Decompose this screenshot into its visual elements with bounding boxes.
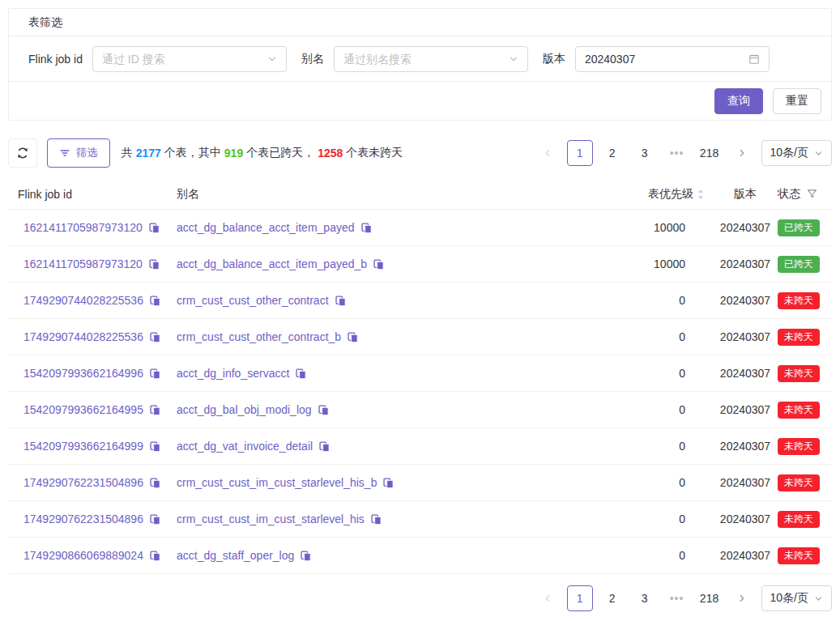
alias-link[interactable]: acct_dg_bal_obj_modi_log xyxy=(177,403,312,416)
pagination-page-last[interactable]: 218 xyxy=(697,140,723,166)
job-id-cell: 1542097993662164996 xyxy=(8,367,177,380)
table-row: 1542097993662164996 acct_dg_info_servacc… xyxy=(8,355,832,392)
alias-cell: acct_dg_info_servacct xyxy=(177,367,583,380)
copy-icon[interactable] xyxy=(148,222,160,234)
job-id-link[interactable]: 1621411705987973120 xyxy=(23,221,143,234)
job-id-link[interactable]: 1749290762231504896 xyxy=(23,513,143,525)
copy-icon[interactable] xyxy=(318,440,330,453)
reset-button[interactable]: 重置 xyxy=(773,88,821,114)
status-cell: 未跨天 xyxy=(778,365,832,382)
chevron-left-icon xyxy=(543,148,552,158)
copy-icon[interactable] xyxy=(149,368,161,380)
pagination-page-1[interactable]: 1 xyxy=(567,585,593,611)
copy-icon[interactable] xyxy=(149,550,161,562)
summary-crossed-count: 919 xyxy=(224,147,243,160)
copy-icon[interactable] xyxy=(373,258,385,270)
version-cell: 20240307 xyxy=(713,294,778,307)
alias-link[interactable]: acct_dg_staff_oper_log xyxy=(177,549,294,562)
filter-actions: 查询 重置 xyxy=(9,82,831,120)
job-id-link[interactable]: 1542097993662164995 xyxy=(23,403,143,416)
pagination-bar: 1 2 3 ••• 218 10条/页 xyxy=(535,585,832,611)
pagination-ellipsis[interactable]: ••• xyxy=(664,585,690,611)
refresh-button[interactable] xyxy=(8,138,37,168)
status-cell: 未跨天 xyxy=(778,438,832,455)
alias-link[interactable]: acct_dg_info_servacct xyxy=(177,367,289,380)
alias-input[interactable] xyxy=(343,53,502,66)
priority-cell: 0 xyxy=(583,549,713,562)
page-size-value: 10条/页 xyxy=(770,591,808,606)
copy-icon[interactable] xyxy=(360,222,373,234)
job-id-input[interactable] xyxy=(102,53,261,66)
job-id-link[interactable]: 1749290762231504896 xyxy=(23,476,143,489)
pagination-next-button[interactable] xyxy=(729,140,755,166)
copy-icon[interactable] xyxy=(347,331,359,343)
job-id-link[interactable]: 1542097993662164999 xyxy=(23,440,143,453)
alias-link[interactable]: acct_dg_balance_acct_item_payed xyxy=(177,221,355,234)
table-row: 1542097993662164995 acct_dg_bal_obj_modi… xyxy=(8,392,832,428)
job-id-link[interactable]: 1749290744028225536 xyxy=(23,330,143,343)
copy-icon[interactable] xyxy=(149,331,161,343)
pagination-prev-button[interactable] xyxy=(535,585,561,611)
copy-icon[interactable] xyxy=(335,295,347,307)
alias-link[interactable]: acct_dg_vat_invoice_detail xyxy=(177,440,313,453)
alias-link[interactable]: crm_cust_cust_other_contract xyxy=(177,294,329,307)
job-id-cell: 1749290866069889024 xyxy=(8,549,177,562)
priority-cell: 0 xyxy=(583,476,713,489)
status-badge: 未跨天 xyxy=(778,292,820,309)
version-cell: 20240307 xyxy=(713,257,778,270)
job-id-link[interactable]: 1542097993662164996 xyxy=(23,367,143,380)
version-cell: 20240307 xyxy=(713,476,778,489)
alias-link[interactable]: crm_cust_cust_other_contract_b xyxy=(177,330,341,343)
copy-icon[interactable] xyxy=(295,368,307,380)
page-size-select[interactable]: 10条/页 xyxy=(761,585,832,611)
job-id-cell: 1621411705987973120 xyxy=(8,257,177,270)
sorter-icon[interactable] xyxy=(697,188,705,201)
filter-toggle-button[interactable]: 筛选 xyxy=(47,138,110,168)
alias-link[interactable]: acct_dg_balance_acct_item_payed_b xyxy=(177,257,367,270)
copy-icon[interactable] xyxy=(382,477,394,489)
copy-icon[interactable] xyxy=(149,477,161,489)
pagination-page-2[interactable]: 2 xyxy=(599,585,625,611)
alias-link[interactable]: crm_cust_cust_im_cust_starlevel_his xyxy=(177,513,365,525)
copy-icon[interactable] xyxy=(318,404,330,416)
job-id-cell: 1749290762231504896 xyxy=(8,476,177,489)
version-cell: 20240307 xyxy=(713,367,778,380)
pagination-page-2[interactable]: 2 xyxy=(599,140,625,166)
pagination-page-3[interactable]: 3 xyxy=(632,585,658,611)
pagination-bar: 1 2 3 ••• 218 10条/页 xyxy=(535,140,832,166)
summary-uncrossed-count: 1258 xyxy=(318,147,343,160)
pagination-page-last[interactable]: 218 xyxy=(697,585,723,611)
copy-icon[interactable] xyxy=(149,295,161,307)
version-cell: 20240307 xyxy=(713,513,778,525)
alias-link[interactable]: crm_cust_cust_im_cust_starlevel_his_b xyxy=(177,476,377,489)
job-id-select[interactable] xyxy=(92,46,287,72)
copy-icon[interactable] xyxy=(148,258,160,270)
version-date-picker[interactable] xyxy=(575,46,770,72)
status-badge: 未跨天 xyxy=(778,511,820,528)
status-badge: 未跨天 xyxy=(778,402,820,419)
copy-icon[interactable] xyxy=(370,513,382,525)
pagination-ellipsis[interactable]: ••• xyxy=(664,140,690,166)
alias-cell: crm_cust_cust_other_contract_b xyxy=(177,330,583,343)
funnel-icon[interactable] xyxy=(807,189,817,199)
page-size-select[interactable]: 10条/页 xyxy=(761,140,832,166)
job-id-link[interactable]: 1749290866069889024 xyxy=(23,549,143,562)
pagination: 1 2 3 ••• 218 10条/页 xyxy=(8,585,832,611)
job-id-link[interactable]: 1749290744028225536 xyxy=(23,294,143,307)
table-row: 1542097993662164999 acct_dg_vat_invoice_… xyxy=(8,428,832,465)
version-input[interactable] xyxy=(585,53,742,66)
pagination-next-button[interactable] xyxy=(729,585,755,611)
status-cell: 未跨天 xyxy=(778,402,832,419)
pagination-page-3[interactable]: 3 xyxy=(632,140,658,166)
copy-icon[interactable] xyxy=(149,440,161,453)
pagination-page-1[interactable]: 1 xyxy=(567,140,593,166)
status-badge: 未跨天 xyxy=(778,474,820,491)
alias-cell: acct_dg_balance_acct_item_payed_b xyxy=(177,257,583,270)
job-id-link[interactable]: 1621411705987973120 xyxy=(23,257,143,270)
copy-icon[interactable] xyxy=(300,550,312,562)
query-button[interactable]: 查询 xyxy=(714,88,763,114)
copy-icon[interactable] xyxy=(149,404,161,416)
pagination-prev-button[interactable] xyxy=(535,140,561,166)
alias-select[interactable] xyxy=(334,46,528,72)
copy-icon[interactable] xyxy=(149,513,161,525)
